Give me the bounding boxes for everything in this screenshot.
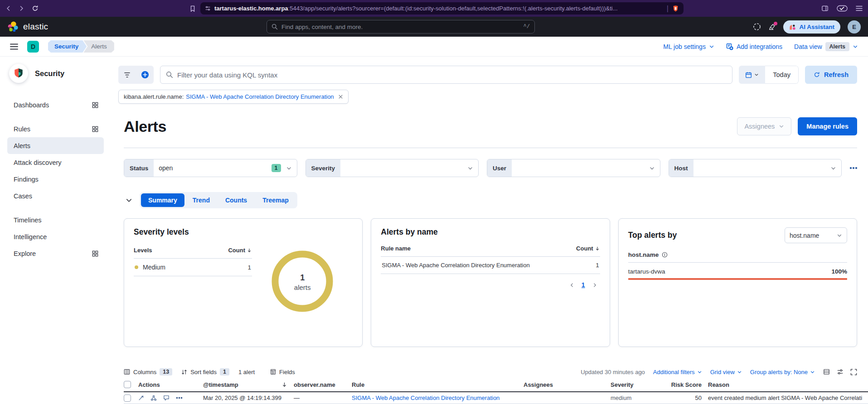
brave-vpn-icon[interactable] [837,5,848,12]
info-icon[interactable] [662,252,668,258]
sidebar-item-findings[interactable]: Findings [7,171,104,188]
date-picker-button[interactable] [739,66,765,84]
browser-back-icon[interactable] [5,5,11,11]
site-settings-icon[interactable] [205,5,211,11]
refresh-button[interactable]: Refresh [805,66,857,84]
sidebar-item-explore[interactable]: Explore [7,245,104,262]
bookmark-icon[interactable] [189,5,196,12]
page-next-icon[interactable] [592,283,597,288]
global-search-input[interactable] [281,24,520,30]
top-alerts-field-select[interactable]: host.name [785,227,847,243]
top-alerts-panel: Top alerts by host.name host.name tartar… [618,218,857,347]
sort-fields-selector[interactable]: Sort fields 1 [181,368,229,375]
grid-icon [92,250,98,257]
col-count: Count [576,245,593,252]
pagination: 1 [381,281,600,289]
tab-counts[interactable]: Counts [218,193,254,207]
status-filter[interactable]: Status open 1 [124,159,297,177]
fullscreen-icon[interactable] [850,369,857,375]
host-filter[interactable]: Host [669,159,842,177]
col-header-observer[interactable]: observer.name [294,381,352,388]
page-number[interactable]: 1 [582,281,585,289]
col-header-severity[interactable]: Severity [611,381,667,388]
col-header-reason[interactable]: Reason [708,381,868,388]
kql-input[interactable] [177,71,727,79]
tab-treemap[interactable]: Treemap [255,193,296,207]
top-alerts-row[interactable]: tartarus-dvwa 100% [628,268,847,280]
space-badge[interactable]: D [27,41,39,53]
col-header-risk-score[interactable]: Risk Score [667,381,702,388]
elastic-logo-text: elastic [23,22,48,32]
more-filters-icon[interactable] [850,167,857,169]
select-all-checkbox[interactable] [124,381,131,388]
add-integrations-link[interactable]: Add integrations [726,43,782,50]
chevron-down-icon [467,159,478,177]
display-options-icon[interactable] [837,369,844,375]
ml-job-settings-link[interactable]: ML job settings [663,43,714,50]
menu-icon[interactable] [10,43,18,50]
sidebar-item-alerts[interactable]: Alerts [7,137,104,154]
collapse-summary-icon[interactable] [124,195,134,206]
filter-menu-button[interactable] [118,66,136,84]
tab-summary[interactable]: Summary [141,193,184,207]
expand-alert-icon[interactable] [138,395,144,401]
alert-table-row[interactable]: Mar 20, 2025 @ 14:19:14.399 — SIGMA - We… [124,392,868,404]
newsfeed-icon[interactable] [768,23,776,31]
more-actions-icon[interactable] [176,397,183,399]
browser-reload-icon[interactable] [32,5,39,12]
elastic-logo[interactable]: elastic [7,21,48,33]
add-note-icon[interactable] [163,395,170,401]
alert-rule-link[interactable]: SIGMA - Web Apache Correlation Directory… [352,394,499,401]
breadcrumb-security[interactable]: Security [48,40,87,53]
user-filter[interactable]: User [487,159,660,177]
severity-row-medium[interactable]: Medium 1 [134,259,252,276]
severity-filter[interactable]: Severity [305,159,479,177]
analyze-event-icon[interactable] [150,395,157,401]
date-range-label[interactable]: Today [765,66,799,84]
user-avatar[interactable]: E [848,20,861,34]
row-checkbox[interactable] [124,394,131,402]
browser-forward-icon[interactable] [19,5,24,11]
sidebar-toggle-icon[interactable] [821,5,829,12]
col-header-assignees[interactable]: Assignees [524,381,611,388]
alert-timestamp: Mar 20, 2025 @ 14:19:14.399 [203,394,281,401]
sidebar-item-cases[interactable]: Cases [7,188,104,204]
additional-filters-dropdown[interactable]: Additional filters [653,369,702,375]
alerts-by-name-row[interactable]: SIGMA - Web Apache Correlation Directory… [381,257,600,274]
updated-timestamp: Updated 30 minutes ago [581,369,645,375]
sidebar-item-attack-discovery[interactable]: Attack discovery [7,154,104,171]
add-filter-button[interactable] [136,66,154,84]
ai-assistant-button[interactable]: AI Assistant [783,20,840,34]
col-count-sort[interactable]: Count [228,247,252,254]
severity-level-count: 1 [247,264,251,271]
browser-menu-icon[interactable] [856,5,863,11]
tab-trend[interactable]: Trend [185,193,217,207]
row-height-icon[interactable] [823,369,830,375]
col-header-timestamp[interactable]: @timestamp [203,381,294,388]
global-search[interactable]: ^/ [267,20,535,34]
address-bar[interactable]: tartarus-elastic.home.arpa:5443/app/secu… [200,2,684,14]
kql-search-bar[interactable] [160,66,732,84]
fields-browser-button[interactable]: Fields [270,369,295,375]
data-view-label: Data view [794,43,822,50]
sidebar-item-dashboards[interactable]: Dashboards [7,96,104,113]
table-header-row: Actions @timestamp observer.name Rule As… [124,381,868,392]
filter-pill-rule-name[interactable]: kibana.alert.rule.name: SIGMA - Web Apac… [118,90,349,104]
manage-rules-button[interactable]: Manage rules [798,117,857,135]
sidebar-item-label: Dashboards [14,101,49,109]
guided-setup-icon[interactable] [753,23,761,31]
columns-selector[interactable]: Columns 13 [124,368,172,375]
page-prev-icon[interactable] [569,283,574,288]
grid-view-dropdown[interactable]: Grid view [710,369,742,375]
col-header-rule[interactable]: Rule [352,381,524,388]
remove-filter-icon[interactable] [338,94,343,99]
chevron-down-icon [649,159,660,177]
assignees-button[interactable]: Assignees [737,117,791,135]
brave-shield-icon[interactable] [672,5,679,12]
sidebar-item-intelligence[interactable]: Intelligence [7,228,104,245]
col-count-sort[interactable]: Count [576,245,600,252]
data-view-picker[interactable]: Data view Alerts [794,42,858,51]
sidebar-item-timelines[interactable]: Timelines [7,212,104,228]
group-alerts-dropdown[interactable]: Group alerts by: None [750,369,815,375]
sidebar-item-rules[interactable]: Rules [7,120,104,137]
